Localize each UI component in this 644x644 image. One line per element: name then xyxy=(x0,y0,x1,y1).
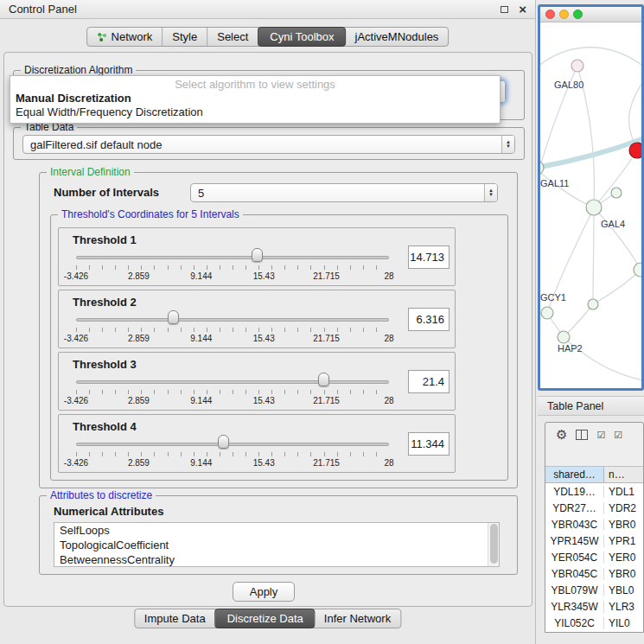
column-header-name[interactable]: n… xyxy=(604,467,643,482)
select-column-icon[interactable]: ☑ xyxy=(614,430,622,441)
tab-impute-data[interactable]: Impute Data xyxy=(135,609,216,628)
tab-style-label: Style xyxy=(172,30,197,43)
algorithm-option-manual[interactable]: Manual Discretization xyxy=(10,92,500,105)
table-row[interactable]: YBL079W YBL0 xyxy=(545,582,643,598)
table-cell[interactable]: YER0 xyxy=(604,552,643,564)
tab-infer-network[interactable]: Infer Network xyxy=(315,609,400,628)
slider-handle[interactable] xyxy=(252,248,263,262)
list-scrollbar[interactable] xyxy=(488,523,499,566)
table-cell[interactable]: YBL0 xyxy=(604,584,643,596)
tab-select[interactable]: Select xyxy=(207,28,258,46)
select-all-icon[interactable]: ☑ xyxy=(596,430,605,441)
interval-definition-group: Interval Definition Number of Intervals … xyxy=(39,172,518,488)
threshold-value-field[interactable]: 21.4 xyxy=(408,370,450,393)
threshold-value-field[interactable]: 6.316 xyxy=(408,308,450,331)
node-label: GAL80 xyxy=(554,80,583,90)
tab-style[interactable]: Style xyxy=(163,28,207,46)
list-item[interactable]: TopologicalCoefficient xyxy=(54,538,499,552)
network-node[interactable] xyxy=(588,299,598,309)
tab-infer-network-label: Infer Network xyxy=(324,612,391,625)
network-node[interactable] xyxy=(586,200,602,215)
slider-handle[interactable] xyxy=(218,435,229,449)
table-cell[interactable]: YDR27… xyxy=(545,502,604,514)
gear-icon[interactable]: ⚙ xyxy=(556,428,567,442)
threshold-slider[interactable]: -3.426 2.859 9.144 15.43 21.715 28 xyxy=(76,228,389,285)
table-row[interactable]: YBR043C YBR0 xyxy=(545,516,643,532)
threshold-value-field[interactable]: 14.713 xyxy=(408,245,450,269)
slider-handle[interactable] xyxy=(168,310,179,324)
list-item[interactable]: BetweennessCentrality xyxy=(54,552,499,567)
columns-icon[interactable] xyxy=(576,430,588,440)
scale-tick-label: 28 xyxy=(384,271,393,281)
slider-scale: -3.426 2.859 9.144 15.43 21.715 28 xyxy=(76,271,389,282)
threshold-slider[interactable]: -3.426 2.859 9.144 15.43 21.715 28 xyxy=(76,290,389,348)
table-row[interactable]: YLR345W YLR3 xyxy=(545,598,643,615)
table-data-combobox[interactable]: galFiltered.sif default node ▲▼ xyxy=(22,135,515,154)
table-row[interactable]: YBR045C YBR0 xyxy=(545,565,643,582)
table-cell[interactable]: YPR145W xyxy=(545,535,604,547)
table-cell[interactable]: YBR043C xyxy=(545,519,604,531)
tab-jactivemnodules[interactable]: jActiveMNodules xyxy=(346,28,449,46)
threshold-value-field[interactable]: 11.344 xyxy=(408,432,450,456)
table-cell[interactable]: YBR0 xyxy=(604,568,643,580)
network-canvas[interactable]: GAL80 GAL11 GAL4 GCY1 HAP2 xyxy=(540,22,641,388)
table-cell[interactable]: YLR3 xyxy=(604,601,643,613)
scale-tick-label: 21.715 xyxy=(313,396,340,405)
table-cell[interactable]: YBR045C xyxy=(545,568,604,580)
slider-track[interactable] xyxy=(76,443,389,446)
window-title: Control Panel xyxy=(9,3,77,16)
slider-track[interactable] xyxy=(76,380,389,384)
number-of-intervals-combobox[interactable]: 5 ▲▼ xyxy=(190,183,498,202)
threshold-slider[interactable]: -3.426 2.859 9.144 15.43 21.715 28 xyxy=(76,415,389,472)
network-node-red[interactable] xyxy=(629,143,641,158)
table-row[interactable]: YDR27… YDR2 xyxy=(545,500,643,516)
scrollbar-thumb[interactable] xyxy=(490,524,498,564)
column-header-shared-name[interactable]: shared… xyxy=(545,467,604,482)
network-edge xyxy=(593,270,641,304)
close-icon[interactable]: × xyxy=(519,3,526,16)
table-cell[interactable]: YBR0 xyxy=(604,519,643,531)
float-window-icon[interactable] xyxy=(501,6,508,13)
threshold-slider[interactable]: -3.426 2.859 9.144 15.43 21.715 28 xyxy=(76,353,389,410)
slider-scale: -3.426 2.859 9.144 15.43 21.715 28 xyxy=(76,396,389,406)
network-node[interactable] xyxy=(541,307,553,319)
table-header-row: shared… n… xyxy=(545,466,643,483)
scale-tick-label: 9.144 xyxy=(190,334,212,343)
tab-discretize-data[interactable]: Discretize Data xyxy=(215,609,316,628)
table-cell[interactable]: YIL052C xyxy=(545,617,604,629)
table-row[interactable]: YDL19… YDL1 xyxy=(545,483,643,500)
slider-track[interactable] xyxy=(76,256,389,259)
table-cell[interactable]: YIL0 xyxy=(604,617,643,629)
network-node[interactable] xyxy=(611,188,622,198)
mac-zoom-icon[interactable] xyxy=(573,10,583,19)
table-cell[interactable]: YER054C xyxy=(545,552,604,564)
top-tab-bar: Network Style Select Cyni Toolbox jActiv… xyxy=(86,27,450,47)
network-node[interactable] xyxy=(540,161,544,175)
tab-cyni-toolbox[interactable]: Cyni Toolbox xyxy=(258,27,346,47)
slider-handle[interactable] xyxy=(318,373,329,386)
apply-button[interactable]: Apply xyxy=(233,582,295,602)
table-cell[interactable]: YLR345W xyxy=(545,601,604,613)
network-node[interactable] xyxy=(571,60,583,72)
attributes-group: Attributes to discretize Numerical Attri… xyxy=(39,495,518,575)
mac-minimize-icon[interactable] xyxy=(559,10,569,19)
table-cell[interactable]: YPR1 xyxy=(604,535,643,547)
mac-close-icon[interactable] xyxy=(545,10,555,19)
tab-network-label: Network xyxy=(112,30,153,43)
slider-ticks xyxy=(76,265,389,270)
table-window: ⚙ ☑ ☑ shared… n… YDL19… YDL1 YDR27… YDR2… xyxy=(545,422,644,633)
table-cell[interactable]: YBL079W xyxy=(545,584,604,596)
scale-tick-label: 15.43 xyxy=(253,334,275,343)
table-row[interactable]: YIL052C YIL0 xyxy=(545,615,643,631)
tab-network[interactable]: Network xyxy=(87,28,163,46)
table-cell[interactable]: YDL19… xyxy=(545,486,604,498)
table-row[interactable]: YPR145W YPR1 xyxy=(545,532,643,549)
network-node[interactable] xyxy=(558,331,570,343)
table-cell[interactable]: YDL1 xyxy=(604,486,643,498)
table-cell[interactable]: YDR2 xyxy=(604,502,643,514)
table-row[interactable]: YER054C YER0 xyxy=(545,549,643,565)
list-item[interactable]: SelfLoops xyxy=(54,523,499,538)
slider-track[interactable] xyxy=(76,318,389,322)
stepper-icon: ▲▼ xyxy=(484,184,497,201)
algorithm-option-equal-width[interactable]: Equal Width/Frequency Discretization xyxy=(10,105,500,119)
